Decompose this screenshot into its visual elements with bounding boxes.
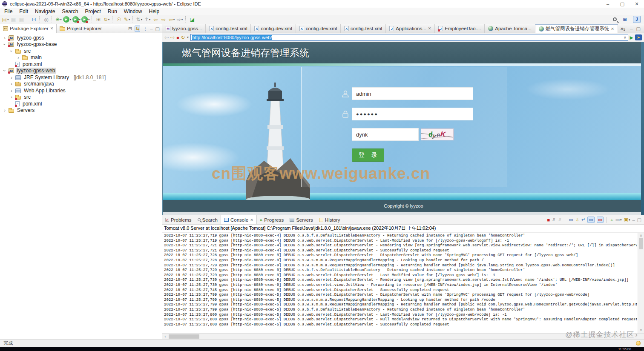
tree-item-pom-xml2[interactable]: pom.xml bbox=[0, 100, 162, 107]
browser-forward-button[interactable]: ⇨ bbox=[170, 34, 175, 40]
expander-icon[interactable]: › bbox=[3, 42, 7, 46]
back-button[interactable]: ⇦ bbox=[152, 16, 159, 23]
show-on-stdout-toggle[interactable]: ▭ bbox=[587, 217, 594, 223]
scroll-lock-button[interactable]: ⇩ bbox=[575, 217, 579, 223]
username-input[interactable] bbox=[352, 87, 473, 100]
forward-history-button[interactable]: ⇨▾ bbox=[176, 16, 184, 23]
menu-run[interactable]: Run bbox=[104, 9, 121, 14]
next-annotation-button[interactable]: ↥▾ bbox=[144, 16, 151, 23]
tree-item-src2[interactable]: › src bbox=[0, 94, 162, 101]
tree-item-src-main-java[interactable]: › src/main/java bbox=[0, 81, 162, 88]
back-history-button[interactable]: ⇦▾ bbox=[168, 16, 175, 23]
menu-edit[interactable]: Edit bbox=[16, 9, 32, 14]
login-button[interactable]: 登 录 bbox=[352, 148, 384, 162]
new-wizard-button[interactable]: ▤▾ bbox=[2, 16, 9, 23]
lightbulb-icon[interactable] bbox=[636, 341, 641, 345]
close-icon[interactable]: ✕ bbox=[250, 218, 253, 222]
maximize-view-button[interactable]: ▢ bbox=[155, 26, 160, 31]
tab-package-explorer[interactable]: Package Explorer ✕ bbox=[0, 24, 57, 33]
save-all-button[interactable]: ▦ bbox=[18, 16, 25, 23]
password-input[interactable] bbox=[352, 108, 473, 120]
menu-search[interactable]: Search bbox=[58, 9, 81, 14]
scroll-left-icon[interactable]: ‹ bbox=[162, 334, 168, 339]
tab-overflow-button[interactable]: »5 bbox=[621, 26, 625, 31]
tab-project-explorer[interactable]: Project Explorer bbox=[57, 24, 105, 33]
tree-item-lyyzoo-gpss-base[interactable]: › lyyzoo-gpss-base bbox=[0, 41, 162, 48]
expander-icon[interactable]: › bbox=[9, 95, 14, 99]
java-perspective-button[interactable]: J bbox=[633, 16, 641, 23]
tab-servers[interactable]: Servers bbox=[287, 215, 316, 224]
close-window-button[interactable]: ✕ bbox=[630, 0, 644, 8]
tab-applications[interactable]: Applications...✕ bbox=[386, 24, 435, 33]
browser-refresh-button[interactable]: ↻ bbox=[181, 34, 185, 40]
tab-config-test-xml-2[interactable]: config-test.xml bbox=[341, 24, 386, 33]
coverage-button[interactable]: ▶▾ bbox=[72, 16, 81, 23]
tree-item-main[interactable]: › main bbox=[0, 54, 162, 61]
remove-launch-button[interactable]: ✗ bbox=[552, 217, 556, 223]
captcha-input[interactable] bbox=[352, 128, 419, 141]
web-browser-button[interactable]: ↻▾ bbox=[103, 16, 110, 23]
scrollbar-thumb[interactable] bbox=[639, 238, 643, 249]
menu-window[interactable]: Window bbox=[121, 9, 146, 14]
console-vertical-scrollbar[interactable]: ∧ ∨ bbox=[638, 233, 644, 333]
tab-history[interactable]: History bbox=[316, 215, 343, 224]
expander-icon[interactable]: › bbox=[9, 75, 14, 80]
link-with-editor-toggle[interactable]: ⇆ bbox=[135, 26, 140, 32]
show-on-stderr-toggle[interactable]: ▭ bbox=[597, 217, 604, 223]
pen-button[interactable]: ✎▾ bbox=[124, 16, 131, 23]
menu-navigate[interactable]: Navigate bbox=[32, 9, 58, 14]
tree-item-web-app-libraries[interactable]: › Web App Libraries bbox=[0, 87, 162, 94]
url-dropdown-icon[interactable]: ∨ bbox=[624, 35, 627, 40]
save-button[interactable]: ▦ bbox=[10, 16, 17, 23]
tree-item-pom-xml[interactable]: pom.xml bbox=[0, 61, 162, 68]
browser-back-button[interactable]: ⇦ bbox=[164, 34, 169, 40]
pin-console-button[interactable]: + bbox=[610, 217, 613, 223]
view-menu-button[interactable]: ⋮ bbox=[143, 26, 147, 31]
tab-apache-tomcat[interactable]: Apache Tomca... bbox=[485, 24, 535, 33]
tree-item-lyyzoo-gpss-web[interactable]: › lyyzoo-gpss-web bbox=[0, 68, 162, 74]
browser-right-scrollbar[interactable] bbox=[641, 42, 644, 215]
tab-search[interactable]: Search bbox=[195, 215, 221, 224]
tab-config-dev-xml-1[interactable]: config-dev.xml bbox=[251, 24, 296, 33]
menu-file[interactable]: File bbox=[1, 9, 16, 14]
tab-gas-pipeline-system[interactable]: 燃气管网设备进销存管理系统✕ bbox=[535, 24, 618, 33]
tab-lyyzoo-gpss[interactable]: lyyzoo-gpss... bbox=[162, 24, 206, 33]
scroll-down-icon[interactable]: ∨ bbox=[638, 328, 644, 333]
minimize-console-button[interactable]: – bbox=[632, 217, 635, 223]
tree-item-lyyzoo-gpss[interactable]: › lyyzoo-gpss bbox=[0, 34, 162, 41]
debug-button[interactable]: ✳▾ bbox=[55, 16, 62, 23]
close-icon[interactable]: ✕ bbox=[611, 27, 614, 31]
open-external-browser-button[interactable]: ➤ bbox=[635, 34, 642, 40]
profile-button[interactable]: ▶▾ bbox=[81, 16, 90, 23]
browser-stop-button[interactable]: ■ bbox=[176, 35, 179, 40]
open-console-button[interactable]: ⊡ bbox=[30, 16, 37, 23]
tab-employeedao[interactable]: EmployeeDao.... bbox=[435, 24, 485, 33]
close-icon[interactable]: ✕ bbox=[50, 26, 54, 31]
expander-icon[interactable]: › bbox=[3, 108, 7, 112]
terminate-button[interactable]: ■ bbox=[547, 217, 550, 223]
expander-icon[interactable]: › bbox=[9, 49, 14, 53]
scrollbar-thumb[interactable] bbox=[169, 334, 199, 339]
tree-item-servers[interactable]: › Servers bbox=[0, 107, 162, 114]
clear-console-button[interactable]: ▭ bbox=[569, 217, 573, 223]
url-input[interactable]: http://localhost:8080/lyyzoo-gpss-web/ ∨ bbox=[190, 34, 628, 41]
menu-project[interactable]: Project bbox=[81, 9, 104, 14]
expander-icon[interactable]: › bbox=[3, 36, 7, 40]
collapse-all-button[interactable]: ⊟ bbox=[128, 26, 132, 31]
open-console-dropdown[interactable]: ▣▾ bbox=[624, 217, 630, 223]
search-icon[interactable] bbox=[613, 17, 617, 21]
close-icon[interactable]: ✕ bbox=[428, 26, 431, 31]
tree-item-src[interactable]: › src bbox=[0, 48, 162, 54]
link-with-editor-button[interactable]: ◪ bbox=[189, 16, 196, 23]
minimize-editor-button[interactable]: – bbox=[630, 26, 632, 31]
java-ee-button[interactable]: ⊞ bbox=[95, 16, 102, 23]
run-button[interactable]: ▶▾ bbox=[63, 16, 72, 23]
word-wrap-button[interactable]: ↵ bbox=[581, 217, 585, 223]
maximize-console-button[interactable]: ▢ bbox=[637, 217, 641, 223]
menu-help[interactable]: Help bbox=[146, 9, 163, 14]
remove-all-launches-button[interactable]: ✗ bbox=[558, 217, 562, 223]
tab-progress[interactable]: »Progress bbox=[257, 215, 287, 224]
forward-button[interactable]: ⇨ bbox=[160, 16, 167, 23]
chevron-down-icon[interactable]: ▾ bbox=[187, 36, 189, 39]
minimize-view-button[interactable]: – bbox=[150, 26, 152, 31]
